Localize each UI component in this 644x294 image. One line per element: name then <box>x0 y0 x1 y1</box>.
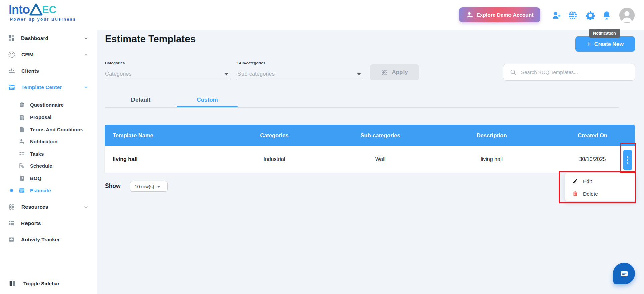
edit-menu-item[interactable]: Edit <box>565 175 636 188</box>
cell-template-name: living hall <box>105 156 221 162</box>
pencil-icon <box>572 178 578 184</box>
sidebar-item-terms-and-conditions[interactable]: Terms And Conditions <box>0 123 97 136</box>
toggle-sidebar-label: Toggle Sidebar <box>23 281 59 286</box>
chat-icon <box>619 269 629 279</box>
sidebar-item-notification[interactable]: Notification <box>0 136 97 148</box>
sidebar-item-label: Proposal <box>30 114 51 120</box>
sidebar-item-boq[interactable]: $ BOQ <box>0 172 97 185</box>
apply-button[interactable]: Apply <box>370 64 419 80</box>
logo-triangle-icon <box>29 3 43 16</box>
sidebar-item-activity-tracker[interactable]: Activity Tracker <box>0 231 97 248</box>
kebab-dot <box>627 156 628 158</box>
avatar[interactable] <box>619 8 635 23</box>
logo-text-into: Into <box>9 3 30 17</box>
bell-icon[interactable] <box>602 11 611 20</box>
active-tab-underline <box>177 106 238 107</box>
tab-default[interactable]: Default <box>105 94 177 106</box>
sidebar-item-label: Activity Tracker <box>21 237 60 243</box>
sidebar-item-resources[interactable]: Resources <box>0 199 97 215</box>
globe-icon[interactable] <box>568 11 577 20</box>
table-header-row: Template Name Categories Sub-categories … <box>105 125 635 146</box>
subcategories-label: Sub-categories <box>237 61 265 65</box>
sidebar-item-estimate[interactable]: Estimate <box>0 185 97 197</box>
template-center-subnav: Questionnaire Proposal Terms And Conditi… <box>0 99 97 197</box>
search-input[interactable] <box>521 69 635 75</box>
rows-per-page-value: 10 row(s) <box>135 184 154 189</box>
toggle-sidebar-button[interactable]: Toggle Sidebar <box>0 275 97 291</box>
col-header-subcategories: Sub-categories <box>327 132 433 139</box>
sidebar-item-label: Dashboard <box>21 35 48 41</box>
explore-demo-label: Explore Demo Account <box>477 12 534 18</box>
terms-icon <box>19 126 25 133</box>
sidebar-item-label: Questionnaire <box>30 102 64 108</box>
sidebar-item-label: CRM <box>21 52 33 58</box>
brand-logo[interactable]: Into EC Power up your Business <box>9 3 76 22</box>
plus-icon: + <box>587 40 591 48</box>
cell-description: living hall <box>433 156 550 162</box>
delete-label: Delete <box>583 191 598 197</box>
edit-label: Edit <box>583 178 592 185</box>
cell-categories: Industrial <box>221 156 327 162</box>
col-header-description: Description <box>433 132 550 139</box>
filter-sliders-icon <box>381 69 388 76</box>
sidebar-item-schedule[interactable]: Schedule <box>0 160 97 172</box>
sidebar-item-tasks[interactable]: Tasks <box>0 148 97 160</box>
sidebar-item-label: Clients <box>21 68 39 74</box>
sidebar-item-dashboard[interactable]: Dashboard <box>0 30 97 46</box>
tasks-icon <box>19 151 25 157</box>
create-new-label: Create New <box>594 41 624 47</box>
templates-table: Template Name Categories Sub-categories … <box>105 125 635 173</box>
table-row[interactable]: living hall Industrial Wall living hall … <box>105 146 635 173</box>
notification-tooltip: Notification <box>589 29 620 38</box>
estimate-icon <box>19 187 25 194</box>
sidebar: Dashboard CRM Client <box>0 30 97 294</box>
explore-demo-account-button[interactable]: Explore Demo Account <box>459 7 540 22</box>
select-arrow-icon <box>357 73 361 75</box>
resources-icon <box>8 203 15 211</box>
subcategories-select[interactable]: Sub-categories <box>237 68 363 80</box>
row-context-menu: Edit Delete <box>565 173 636 201</box>
row-actions-kebab-button[interactable] <box>623 150 632 170</box>
activity-tracker-icon <box>8 236 15 243</box>
sidebar-item-reports[interactable]: Reports <box>0 215 97 231</box>
reports-icon <box>8 220 15 227</box>
delete-menu-item[interactable]: Delete <box>565 188 636 200</box>
rows-per-page-select[interactable]: 10 row(s) <box>130 181 168 192</box>
search-icon <box>509 69 517 76</box>
sidebar-item-label: Notification <box>30 139 58 144</box>
proposal-icon <box>19 114 25 120</box>
crm-icon <box>8 51 15 58</box>
dashboard-icon <box>8 34 15 42</box>
trash-icon <box>572 191 578 197</box>
sidebar-item-questionnaire[interactable]: Questionnaire <box>0 99 97 111</box>
boq-icon: $ <box>19 175 25 181</box>
sidebar-item-crm[interactable]: CRM <box>0 46 97 63</box>
chevron-down-icon <box>83 204 89 210</box>
sidebar-item-proposal[interactable]: Proposal <box>0 111 97 124</box>
template-center-icon <box>8 84 15 91</box>
app-root: Into EC Power up your Business Explore D… <box>0 0 644 294</box>
schedule-icon <box>19 163 25 169</box>
categories-select[interactable]: Categories <box>105 68 230 80</box>
sidebar-item-label: Reports <box>21 220 41 226</box>
sidebar-item-template-center[interactable]: Template Center <box>0 79 97 95</box>
create-new-button[interactable]: + Create New <box>575 36 635 52</box>
svg-text:$: $ <box>21 177 23 180</box>
categories-placeholder: Categories <box>105 71 132 77</box>
notification-person-icon <box>19 138 25 145</box>
chevron-down-icon <box>83 35 89 41</box>
sidebar-item-label: Resources <box>21 204 48 210</box>
search-box <box>503 64 635 81</box>
clients-icon <box>8 67 15 75</box>
select-arrow-icon <box>224 73 228 75</box>
sidebar-item-label: Schedule <box>30 163 52 169</box>
tab-custom[interactable]: Custom <box>177 94 238 106</box>
add-user-icon[interactable] <box>552 11 561 20</box>
chat-launcher-button[interactable] <box>613 263 635 284</box>
active-bullet <box>10 189 13 192</box>
sidebar-item-clients[interactable]: Clients <box>0 63 97 79</box>
categories-label: Categories <box>105 61 125 65</box>
col-header-categories: Categories <box>221 132 327 139</box>
page-title: Estimate Templates <box>105 33 196 45</box>
gear-icon[interactable] <box>586 11 595 20</box>
